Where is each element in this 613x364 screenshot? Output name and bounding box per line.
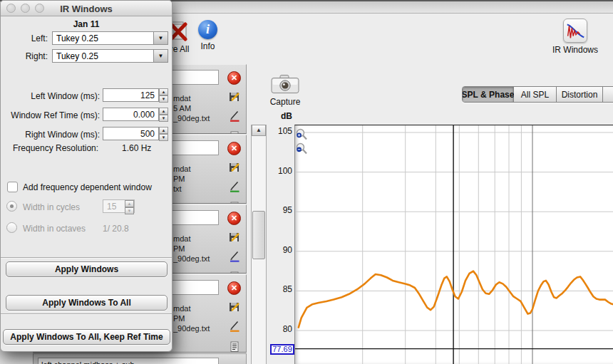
- left-window-label: Left:: [1, 33, 48, 43]
- notes-icon[interactable]: [229, 131, 240, 134]
- tab-clipped[interactable]: [603, 87, 613, 102]
- spl-plot[interactable]: [294, 125, 613, 364]
- spinner-up-icon[interactable]: ▲: [159, 88, 168, 95]
- measurement-info-line3: _90deg.txt: [173, 323, 247, 333]
- remove-measurement-button[interactable]: ✕: [227, 71, 241, 85]
- measurement-info-line1: mdat: [173, 164, 247, 174]
- cursor-level-readout: 77.69: [270, 344, 294, 355]
- dialog-title: IR Windows: [1, 4, 172, 14]
- width-in-octaves-radio[interactable]: [6, 222, 17, 233]
- measurement-info: mdat PM _90deg.txt: [173, 303, 247, 333]
- spinner-down-icon[interactable]: ▼: [159, 134, 168, 141]
- freq-resolution-label: Frequency Resolution:: [13, 143, 120, 153]
- right-window-ms-spinner[interactable]: ▲ ▼: [159, 127, 168, 140]
- measurement-info-line3: _90deg.txt: [173, 113, 247, 123]
- separator: [1, 313, 172, 315]
- notes-icon[interactable]: [229, 271, 240, 274]
- spl-plot-svg: [295, 125, 613, 364]
- measurement-info-line2: PM: [173, 174, 247, 184]
- right-window-label: Right:: [1, 51, 48, 61]
- width-in-cycles-label: Width in cycles: [23, 202, 80, 212]
- right-window-ms-label: Right Window (ms):: [1, 130, 100, 140]
- notes-icon[interactable]: [229, 341, 240, 353]
- close-icon: ✕: [231, 145, 237, 152]
- dialog-titlebar[interactable]: IR Windows: [1, 1, 172, 16]
- zoom-in-button[interactable]: [295, 128, 308, 141]
- y-tick-label: 90: [268, 245, 292, 255]
- y-axis-unit: dB: [268, 111, 292, 121]
- spinner-up-icon[interactable]: ▲: [159, 108, 168, 115]
- measurement-info-line2: PM: [173, 244, 247, 254]
- scrollbar-thumb[interactable]: [252, 211, 265, 259]
- ir-windows-dialog: IR Windows Jan 11 Left: Tukey 0.25 ▼ Rig…: [0, 0, 172, 352]
- spinner-down-icon[interactable]: ▼: [159, 115, 168, 122]
- remove-measurement-button[interactable]: ✕: [227, 142, 241, 155]
- close-icon: ✕: [231, 214, 237, 222]
- measurement-card[interactable]: left channel midbass + sub: [33, 353, 247, 364]
- measurement-info-line3: txt: [173, 184, 247, 194]
- tab-distortion[interactable]: Distortion: [557, 87, 603, 102]
- scroll-up-arrow[interactable]: ▲: [252, 125, 266, 136]
- spinner-up-icon[interactable]: ▲: [159, 127, 168, 134]
- ir-windows-icon: [563, 19, 587, 43]
- graph-tabs: SPL & PhaseAll SPLDistortion: [462, 86, 613, 103]
- info-icon: i: [198, 20, 217, 39]
- spinner-down-icon[interactable]: ▼: [159, 95, 168, 103]
- y-tick-label: 80: [268, 324, 292, 334]
- measurement-info-line2: 5 AM: [173, 103, 247, 113]
- window-ref-time-field[interactable]: 0.000: [103, 108, 159, 121]
- tab-all-spl[interactable]: All SPL: [514, 87, 557, 102]
- capture-label: Capture: [270, 97, 301, 107]
- zoom-out-button[interactable]: [295, 142, 308, 155]
- remove-measurement-button[interactable]: ✕: [227, 281, 241, 295]
- ir-windows-toolbar-button[interactable]: IR Windows: [552, 19, 598, 55]
- left-window-ms-label: Left Window (ms):: [1, 91, 100, 101]
- spinner-down-icon[interactable]: ▼: [125, 207, 134, 214]
- right-window-type-value: Tukey 0.25: [53, 50, 153, 62]
- measurement-info: mdat PM _90deg.txt: [173, 234, 247, 264]
- width-in-cycles-spinner[interactable]: ▲ ▼: [125, 200, 134, 212]
- y-tick-label: 100: [268, 166, 292, 176]
- apply-windows-to-all-button[interactable]: Apply Windows To All: [6, 295, 168, 311]
- y-tick-label: 105: [268, 126, 292, 136]
- measurement-date-label: Jan 11: [1, 19, 172, 29]
- remove-measurement-button[interactable]: ✕: [227, 212, 241, 225]
- width-in-octaves-label: Width in octaves: [23, 224, 86, 234]
- window-ref-time-spinner[interactable]: ▲ ▼: [159, 108, 168, 121]
- left-window-ms-spinner[interactable]: ▲ ▼: [159, 88, 168, 102]
- measurement-name-input[interactable]: left channel midbass + sub: [38, 358, 219, 364]
- measurement-info: mdat PM txt: [173, 164, 247, 194]
- camera-icon: [271, 74, 299, 95]
- right-window-type-select[interactable]: Tukey 0.25 ▼: [52, 49, 168, 63]
- apply-windows-button[interactable]: Apply Windows: [6, 261, 168, 277]
- measurement-info-line3: _90deg.txt: [173, 254, 247, 264]
- width-in-octaves-value: 1/ 20.8: [103, 224, 129, 234]
- y-tick-label: 95: [268, 205, 292, 215]
- y-tick-label: 85: [268, 284, 292, 294]
- capture-button[interactable]: Capture: [267, 74, 304, 107]
- fdw-checkbox-label: Add frequency dependent window: [23, 182, 165, 192]
- ir-windows-label: IR Windows: [552, 45, 598, 55]
- spinner-up-icon[interactable]: ▲: [125, 200, 134, 207]
- width-in-cycles-radio[interactable]: [6, 201, 17, 212]
- measurement-info-line1: mdat: [173, 303, 247, 313]
- measurement-scrollbar[interactable]: ▲: [251, 125, 267, 364]
- info-label: Info: [200, 41, 215, 51]
- left-window-type-select[interactable]: Tukey 0.25 ▼: [52, 31, 168, 45]
- apply-windows-to-all-keep-ref-button[interactable]: Apply Windows To All, Keep Ref Time: [3, 329, 170, 345]
- left-window-type-value: Tukey 0.25: [53, 32, 153, 44]
- measurement-info: mdat 5 AM _90deg.txt: [173, 93, 247, 123]
- tab-spl-phase[interactable]: SPL & Phase: [463, 87, 514, 102]
- fdw-checkbox[interactable]: [7, 182, 18, 192]
- measurement-info-line1: mdat: [173, 93, 247, 103]
- chevron-down-icon[interactable]: ▼: [153, 32, 168, 44]
- left-window-ms-field[interactable]: 125: [103, 88, 159, 102]
- close-icon: ✕: [231, 284, 237, 292]
- chevron-down-icon[interactable]: ▼: [153, 50, 168, 62]
- notes-icon[interactable]: [229, 202, 240, 204]
- window-ref-time-label: Window Ref Time (ms):: [1, 110, 100, 120]
- info-button[interactable]: i Info: [198, 20, 217, 51]
- right-window-ms-field[interactable]: 500: [103, 127, 159, 140]
- close-icon: ✕: [231, 74, 237, 82]
- freq-resolution-value: 1.60 Hz: [122, 143, 165, 153]
